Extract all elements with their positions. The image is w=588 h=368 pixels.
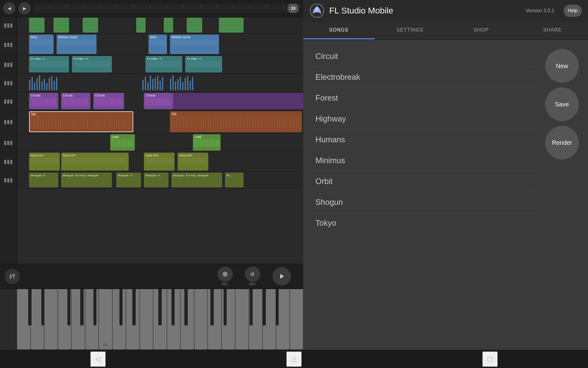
song-forest[interactable]: Forest	[312, 88, 536, 109]
android-recent-btn[interactable]: ▢	[482, 351, 498, 367]
song-shogun[interactable]: Shogun	[312, 192, 536, 213]
volume-icon-3: ▮▮▮	[4, 61, 13, 68]
clip-green-6[interactable]	[187, 18, 202, 33]
clip-wobble-4[interactable]: Wobble Synth	[170, 35, 219, 54]
clip-fxfilter-2[interactable]: FX Filter : F...	[72, 56, 112, 72]
render-song-btn[interactable]: Render	[545, 126, 579, 159]
track-control-4[interactable]: ▮▮▮	[0, 74, 17, 92]
clip-green-3[interactable]	[83, 18, 98, 33]
new-song-btn[interactable]: New	[545, 49, 579, 83]
track-row-2[interactable]: Wob... Wobble Synth Wob... Wobble Synth	[17, 34, 303, 55]
clip-fxfilter-3[interactable]: FX Filter : F...	[145, 56, 182, 72]
track-control-9[interactable]: ▮▮▮	[0, 172, 17, 189]
android-home-btn[interactable]: △	[286, 351, 302, 367]
action-buttons: New Save Render	[545, 46, 579, 362]
tab-songs[interactable]: SONGS	[303, 21, 375, 39]
songs-list: Circuit Electrobreak Forest Highway Huma…	[312, 46, 536, 362]
clip-fxfilter-4[interactable]: FX Filter : F...	[185, 56, 222, 72]
rev-btn[interactable]	[245, 266, 260, 282]
clip-label-minisynth-1: MiniSynth : P...	[31, 174, 47, 177]
clip-chords-4[interactable]: Chords	[144, 93, 173, 109]
clip-label-chords-1: Chords	[31, 94, 40, 97]
clip-wobble-2[interactable]: Wobble Synth	[57, 35, 96, 54]
song-circuit[interactable]: Circuit	[312, 46, 536, 67]
song-humans[interactable]: Humans	[312, 129, 536, 150]
song-orbit[interactable]: Orbit	[312, 171, 536, 192]
clip-green-7[interactable]	[219, 18, 243, 33]
clip-label-lead-1: Lead	[112, 135, 119, 139]
rec-btn[interactable]	[217, 266, 233, 282]
track-row-1[interactable]	[17, 17, 303, 34]
song-highway[interactable]: Highway	[312, 109, 536, 129]
mixer-btn[interactable]	[5, 269, 20, 284]
android-back-btn[interactable]: ◁	[90, 351, 106, 367]
clip-green-5[interactable]	[164, 18, 173, 33]
volume-icon-1: ▮▮▮	[4, 22, 13, 29]
clip-minisynth-3[interactable]: MiniSynth : F...	[116, 173, 141, 187]
play-transport-btn[interactable]: ▶	[18, 2, 31, 14]
track-control-5[interactable]: ▮▮▮	[0, 92, 17, 110]
clip-noisefx-4[interactable]: Noise SFX	[178, 153, 208, 171]
piano-keyboard[interactable]: C5	[0, 288, 303, 350]
clip-minisynth-5[interactable]: MiniSynth : FLT Freq : MiniSynth	[172, 173, 222, 187]
timeline-ruler[interactable]: 33	[34, 4, 300, 13]
clip-chords-2[interactable]: Chords	[61, 93, 90, 109]
clip-minisynth-2[interactable]: MiniSynth : FLT Freq : MiniSynth	[61, 173, 112, 187]
clip-wobble-1[interactable]: Wob...	[29, 35, 54, 54]
clip-minisynth-4[interactable]: MiniSynth : P...	[144, 173, 168, 187]
back-transport-btn[interactable]: ◀	[3, 2, 15, 14]
clip-fxfilter-1[interactable]: FX Filter : F...	[29, 56, 69, 72]
clip-green-1[interactable]	[29, 18, 44, 33]
clip-chords-1[interactable]: Chords	[29, 93, 58, 109]
daw-transport-bar: REC REV	[0, 264, 303, 288]
clip-minisynth-1[interactable]: MiniSynth : P...	[29, 173, 58, 187]
volume-icon-9: ▮▮▮	[4, 177, 13, 183]
track-row-5[interactable]: Chords Chords Chords Chords	[17, 92, 303, 110]
song-tokyo[interactable]: Tokyo	[312, 213, 536, 234]
song-electrobreak[interactable]: Electrobreak	[312, 67, 536, 88]
clip-lead-1[interactable]: Lead	[110, 134, 135, 151]
track-control-8[interactable]: ▮▮▮	[0, 152, 17, 172]
song-minimus[interactable]: Minimus	[312, 150, 536, 171]
clip-label-wobble-2: Wobble Synth	[58, 36, 77, 39]
clip-noisefx-2[interactable]: Noise SFX	[61, 153, 129, 171]
track-row-8[interactable]: Noise SFX Noise SFX Noise SFX Noise SFX	[17, 152, 303, 172]
right-panel: FL Studio Mobile Version 3.0.1 Help SONG…	[303, 0, 588, 368]
save-song-btn[interactable]: Save	[545, 87, 579, 121]
track-row-7[interactable]: Lead Lead	[17, 133, 303, 152]
tracks-main: Wob... Wobble Synth Wob... Wobble Synth	[17, 17, 303, 264]
clip-label-chords-2: Chords	[63, 94, 73, 97]
clip-lead-2[interactable]: Lead	[193, 134, 221, 151]
play-btn[interactable]	[273, 267, 291, 286]
tab-shop[interactable]: SHOP	[446, 21, 517, 39]
track-row-6[interactable]: Slip Slip	[17, 110, 303, 133]
volume-icon-4: ▮▮▮	[4, 79, 13, 86]
clip-green-2[interactable]	[54, 18, 69, 33]
tab-settings[interactable]: SETTINGS	[375, 21, 446, 39]
clip-slip-2[interactable]: Slip	[170, 111, 302, 132]
clip-chords-3[interactable]: Chords	[93, 93, 124, 109]
version-text: Version 3.0.1	[526, 8, 554, 13]
track-control-6[interactable]: ▮▮▮	[0, 110, 17, 133]
clip-slip-1[interactable]: Slip	[29, 111, 133, 132]
clip-label-chords-3: Chords	[95, 94, 105, 97]
rev-label: REV	[250, 282, 256, 286]
track-control-1[interactable]: ▮▮▮	[0, 17, 17, 34]
track-control-7[interactable]: ▮▮▮	[0, 133, 17, 152]
track-row-4[interactable]	[17, 74, 303, 92]
track-control-3[interactable]: ▮▮▮	[0, 55, 17, 74]
help-btn[interactable]: Help	[564, 5, 582, 17]
clip-noisefx-1[interactable]: Noise SFX	[29, 153, 60, 171]
clip-label-minisynth-3: MiniSynth : F...	[118, 174, 134, 177]
svg-point-6	[223, 272, 228, 277]
track-row-9[interactable]: MiniSynth : P... MiniSynth : FLT Freq : …	[17, 172, 303, 189]
track-row-3[interactable]: FX Filter : F... FX Filter : F... FX Fil…	[17, 55, 303, 74]
clip-wobble-3[interactable]: Wob...	[149, 35, 167, 54]
clip-minisynth-6[interactable]: Mi...	[225, 173, 243, 187]
track-control-2[interactable]: ▮▮▮	[0, 34, 17, 55]
tab-share[interactable]: SHARE	[517, 21, 588, 39]
app-logo	[309, 3, 325, 18]
clip-noisefx-3[interactable]: Noise SFX	[144, 153, 175, 171]
clip-green-4[interactable]	[136, 18, 145, 33]
volume-icon-5: ▮▮▮	[4, 98, 13, 105]
